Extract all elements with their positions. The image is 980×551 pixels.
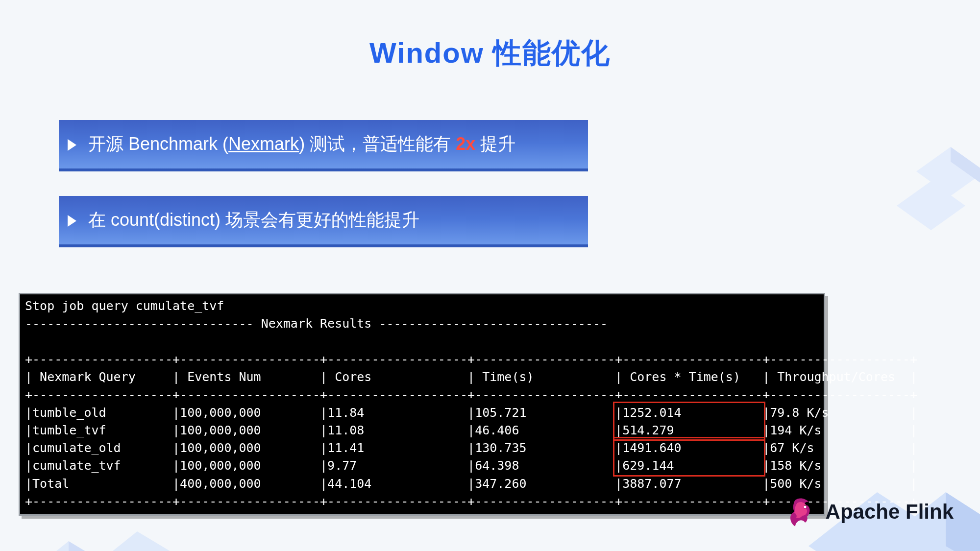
apache-flink-logo: Apache Flink — [785, 496, 954, 527]
bullet-highlight-2x: 2x — [456, 134, 475, 154]
svg-marker-2 — [88, 531, 186, 551]
svg-marker-5 — [916, 147, 980, 196]
highlight-box-2 — [613, 437, 765, 477]
bullet-benchmark: 开源 Benchmark (Nexmark) 测试，普适性能有 2x 提升 — [59, 120, 588, 171]
brand-name: Apache Flink — [826, 500, 954, 524]
svg-marker-4 — [69, 541, 118, 551]
flink-squirrel-icon — [785, 496, 817, 527]
bullet-link-nexmark: Nexmark — [228, 134, 299, 154]
decoration-cloud-topright — [887, 113, 980, 240]
chevron-right-icon — [68, 139, 76, 151]
bullet-text: ) 测试，普适性能有 — [299, 134, 456, 154]
svg-marker-7 — [951, 147, 980, 186]
slide-title: Window 性能优化 — [0, 34, 980, 72]
bullet-count-distinct: 在 count(distinct) 场景会有更好的性能提升 — [59, 196, 588, 247]
svg-marker-1 — [20, 541, 118, 551]
highlight-box-1 — [613, 402, 765, 441]
chevron-right-icon — [68, 215, 76, 227]
svg-point-13 — [804, 506, 806, 508]
bullet-text: 在 count(distinct) 场景会有更好的性能提升 — [88, 210, 419, 230]
svg-marker-6 — [897, 181, 965, 230]
bullet-text: 开源 Benchmark ( — [88, 134, 228, 154]
bullet-text: 提升 — [475, 134, 515, 154]
